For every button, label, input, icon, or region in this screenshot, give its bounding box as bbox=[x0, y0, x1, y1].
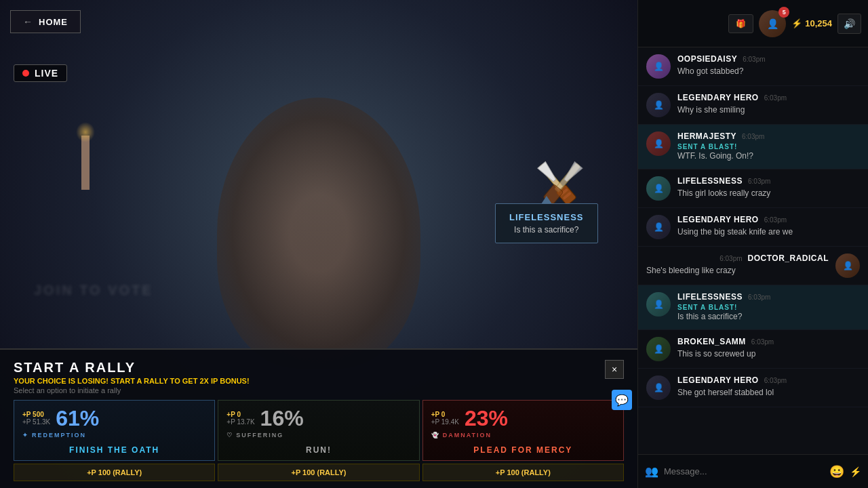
home-button[interactable]: ← HOME bbox=[10, 10, 81, 33]
option-action-suffering[interactable]: RUN! bbox=[218, 440, 418, 460]
message-avatar: 👤 bbox=[646, 375, 671, 400]
user-avatar-container: 👤 5 bbox=[759, 10, 786, 37]
ip-send-button[interactable]: ⚡ bbox=[850, 466, 861, 477]
chat-message: 👤 LEGENDARY HERO 6:03pm She got herself … bbox=[638, 369, 868, 407]
chat-input-area: 👥 😀 ⚡ bbox=[638, 454, 868, 488]
option-redemption[interactable]: +P 500 +P 51.3K 61% ✦ REDEMPTION FINISH … bbox=[14, 400, 215, 461]
message-avatar: 👤 bbox=[646, 176, 671, 201]
avatar-image: 👤 bbox=[646, 93, 671, 117]
message-text: Is this a sacrifice? bbox=[677, 311, 860, 323]
chat-bubble-icon: 💬 bbox=[615, 394, 629, 407]
ip-icon: ⚡ bbox=[791, 18, 802, 28]
rally-title: START A RALLY bbox=[14, 360, 250, 375]
message-header: LIFELESSNESS 6:03pm bbox=[677, 292, 860, 302]
message-text: Why is she smiling bbox=[677, 104, 860, 116]
rally-title-block: START A RALLY YOUR CHOICE IS LOSING! STA… bbox=[14, 360, 250, 394]
option-action-damnation[interactable]: PLEAD FOR MERCY bbox=[423, 440, 623, 460]
message-content: BROKEN_SAMM 6:03pm This is so screwed up bbox=[677, 337, 860, 360]
chat-message: 👤 LEGENDARY HERO 6:03pm Why is she smili… bbox=[638, 86, 868, 125]
option-type-suffering: ♡ SUFFERING bbox=[226, 432, 410, 439]
rally-subtitle: YOUR CHOICE IS LOSING! START A RALLY TO … bbox=[14, 377, 250, 385]
option-percent-suffering: 16% bbox=[260, 407, 304, 429]
options-row: +P 500 +P 51.3K 61% ✦ REDEMPTION FINISH … bbox=[14, 400, 624, 461]
message-text: Who got stabbed? bbox=[677, 66, 860, 77]
option-percent-redemption: 61% bbox=[56, 407, 99, 429]
back-arrow-icon: ← bbox=[23, 16, 33, 27]
chat-messages-list: 👤 OOPSIEDAISY 6:03pm Who got stabbed? 👤 … bbox=[638, 47, 868, 454]
live-label: LIVE bbox=[35, 68, 58, 79]
message-time: 6:03pm bbox=[764, 216, 787, 224]
chat-message: 👤 HERMAJESTY 6:03pm SENT A BLAST! WTF. I… bbox=[638, 125, 868, 169]
message-header: BROKEN_SAMM 6:03pm bbox=[677, 337, 860, 346]
top-navigation: ← HOME bbox=[10, 10, 81, 33]
message-text: She's bleeding like crazy bbox=[646, 265, 829, 277]
option-ip-damnation: +P 0 +P 19.4K bbox=[431, 411, 459, 426]
popup-arrow bbox=[541, 196, 552, 204]
option-top-redemption: +P 500 +P 51.3K 61% bbox=[22, 407, 206, 429]
message-username: LEGENDARY HERO bbox=[677, 375, 759, 385]
message-username: LEGENDARY HERO bbox=[677, 215, 759, 224]
message-time: 6:03pm bbox=[748, 178, 770, 185]
message-username: OOPSIEDAISY bbox=[677, 54, 737, 64]
gift-icon: 🎁 bbox=[736, 19, 746, 28]
message-content: LEGENDARY HERO 6:03pm Using the big stea… bbox=[677, 215, 860, 238]
option-type-damnation: 👻 DAMNATION bbox=[431, 432, 615, 439]
message-content: HERMAJESTY 6:03pm SENT A BLAST! WTF. Is.… bbox=[677, 131, 860, 162]
avatar-image: 👤 bbox=[646, 54, 671, 79]
message-username: HERMAJESTY bbox=[677, 131, 736, 141]
message-avatar: 👤 bbox=[646, 337, 671, 361]
home-label: HOME bbox=[39, 17, 68, 27]
option-percent-damnation: 23% bbox=[465, 407, 508, 429]
blast-label: SENT A BLAST! bbox=[677, 143, 860, 150]
chat-topbar: 🎁 👤 5 ⚡ 10,254 🔊 bbox=[638, 0, 868, 47]
message-avatar: 👤 bbox=[646, 54, 671, 79]
message-avatar: 👤 bbox=[646, 93, 671, 117]
message-time: 6:03pm bbox=[764, 377, 787, 384]
chat-message: 👤 BROKEN_SAMM 6:03pm This is so screwed … bbox=[638, 330, 868, 369]
chat-message: 👤 LIFELESSNESS 6:03pm This girl looks re… bbox=[638, 169, 868, 208]
option-suffering[interactable]: +P 0 +P 13.7K 16% ♡ SUFFERING RUN! bbox=[218, 400, 419, 461]
rally-cost-damnation[interactable]: +P 100 (RALLY) bbox=[422, 464, 624, 481]
option-ip-suffering: +P 0 +P 13.7K bbox=[226, 411, 254, 426]
message-header: LEGENDARY HERO 6:03pm bbox=[677, 375, 860, 385]
rally-cost-suffering[interactable]: +P 100 (RALLY) bbox=[218, 464, 419, 481]
scene-area: JOIN TO VOTE ← HOME LIVE bbox=[0, 0, 637, 488]
message-avatar: 👤 bbox=[835, 253, 860, 278]
message-content: LIFELESSNESS 6:03pm This girl looks real… bbox=[677, 176, 860, 199]
candle-decoration bbox=[81, 136, 90, 190]
volume-button[interactable]: 🔊 bbox=[837, 14, 861, 34]
message-avatar: 👤 bbox=[646, 215, 671, 239]
chat-panel: 🎁 👤 5 ⚡ 10,254 🔊 👤 OOPSIEDAISY 6:03pm bbox=[637, 0, 868, 488]
close-button[interactable]: × bbox=[605, 360, 624, 379]
message-username: LIFELESSNESS bbox=[677, 176, 743, 186]
option-top-damnation: +P 0 +P 19.4K 23% bbox=[431, 407, 615, 429]
message-username: BROKEN_SAMM bbox=[677, 337, 746, 346]
volume-icon: 🔊 bbox=[844, 18, 855, 29]
rally-panel: START A RALLY YOUR CHOICE IS LOSING! STA… bbox=[0, 348, 637, 488]
rally-cost-redemption[interactable]: +P 100 (RALLY) bbox=[14, 464, 215, 481]
message-time: 6:03pm bbox=[751, 338, 774, 346]
message-text: Using the big steak knife are we bbox=[677, 226, 860, 238]
avatar-image: 👤 bbox=[646, 176, 671, 201]
avatar-image: 👤 bbox=[835, 253, 860, 278]
avatar-image: 👤 bbox=[646, 337, 671, 361]
option-action-redemption[interactable]: FINISH THE OATH bbox=[14, 440, 214, 460]
message-time: 6:03pm bbox=[742, 133, 764, 140]
message-content: LEGENDARY HERO 6:03pm She got herself st… bbox=[677, 375, 860, 399]
message-time: 6:03pm bbox=[748, 293, 770, 301]
message-header: HERMAJESTY 6:03pm bbox=[677, 131, 860, 141]
message-username: LIFELESSNESS bbox=[677, 292, 743, 302]
option-ip-redemption: +P 500 +P 51.3K bbox=[22, 411, 50, 426]
emoji-button[interactable]: 😀 bbox=[829, 464, 844, 479]
live-indicator-dot bbox=[22, 70, 29, 77]
message-content: OOPSIEDAISY 6:03pm Who got stabbed? bbox=[677, 54, 860, 77]
option-damnation[interactable]: +P 0 +P 19.4K 23% 👻 DAMNATION PLEAD FOR … bbox=[422, 400, 624, 461]
message-input[interactable] bbox=[664, 466, 824, 476]
option-top-suffering: +P 0 +P 13.7K 16% bbox=[226, 407, 410, 429]
chat-message: 👤 OOPSIEDAISY 6:03pm Who got stabbed? bbox=[638, 47, 868, 86]
popup-message: Is this a sacrifice? bbox=[509, 225, 584, 235]
chat-bubble-button[interactable]: 💬 bbox=[612, 390, 632, 410]
users-icon[interactable]: 👥 bbox=[645, 465, 658, 478]
message-header: LEGENDARY HERO 6:03pm bbox=[677, 93, 860, 102]
gifts-button[interactable]: 🎁 bbox=[728, 14, 753, 33]
